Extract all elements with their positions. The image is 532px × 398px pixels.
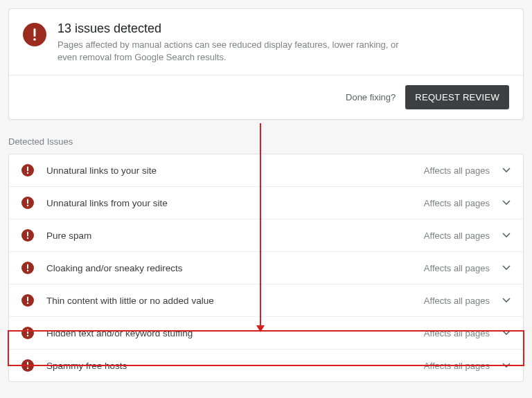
request-review-button[interactable]: REQUEST REVIEW	[405, 85, 509, 109]
alert-icon	[21, 262, 34, 274]
issue-title: Thin content with little or no added val…	[46, 296, 424, 306]
chevron-down-icon	[502, 329, 511, 337]
affects-label: Affects all pages	[424, 296, 490, 306]
alert-icon	[21, 294, 34, 307]
alert-icon	[21, 359, 34, 372]
chevron-down-icon	[502, 166, 511, 174]
svg-point-7	[27, 237, 28, 239]
issue-row[interactable]: Thin content with little or no added val…	[9, 284, 523, 317]
svg-rect-10	[27, 297, 28, 302]
svg-rect-4	[27, 199, 28, 204]
affects-label: Affects all pages	[424, 328, 490, 338]
issue-title: Unnatural links from your site	[46, 198, 424, 208]
issue-row[interactable]: Spammy free hostsAffects all pages	[9, 350, 523, 381]
summary-actions: Done fixing? REQUEST REVIEW	[9, 75, 523, 119]
svg-point-11	[27, 302, 28, 304]
issue-row[interactable]: Hidden text and/or keyword stuffingAffec…	[9, 317, 523, 350]
alert-icon	[21, 327, 34, 339]
chevron-down-icon	[502, 199, 511, 207]
chevron-down-icon	[502, 231, 511, 239]
summary-card: 13 issues detected Pages affected by man…	[8, 8, 524, 120]
affects-label: Affects all pages	[424, 230, 490, 241]
issue-row[interactable]: Cloaking and/or sneaky redirectsAffects …	[9, 252, 523, 284]
alert-icon	[21, 197, 34, 209]
chevron-down-icon	[502, 296, 511, 305]
issue-row[interactable]: Unnatural links from your siteAffects al…	[9, 187, 523, 219]
summary-description: Pages affected by manual actions can see…	[57, 39, 418, 64]
svg-rect-6	[27, 232, 28, 237]
svg-point-9	[27, 270, 28, 271]
svg-point-3	[27, 172, 28, 174]
svg-point-5	[27, 205, 28, 206]
issue-row[interactable]: Unnatural links to your siteAffects all …	[9, 154, 523, 187]
svg-point-1	[33, 38, 36, 41]
alert-icon	[23, 23, 46, 46]
svg-point-13	[27, 335, 28, 336]
summary-text: 13 issues detected Pages affected by man…	[57, 21, 509, 64]
svg-rect-14	[27, 362, 28, 367]
affects-label: Affects all pages	[424, 263, 490, 273]
svg-point-15	[27, 368, 28, 369]
affects-label: Affects all pages	[424, 361, 490, 371]
issue-title: Unnatural links to your site	[46, 165, 424, 176]
issue-title: Cloaking and/or sneaky redirects	[46, 263, 424, 273]
svg-rect-0	[34, 28, 36, 37]
alert-icon	[21, 229, 34, 242]
issue-title: Hidden text and/or keyword stuffing	[46, 328, 424, 338]
issue-title: Spammy free hosts	[46, 361, 424, 371]
issues-list: Unnatural links to your siteAffects all …	[8, 154, 524, 382]
done-fixing-label: Done fixing?	[346, 92, 396, 102]
svg-rect-8	[27, 264, 28, 269]
svg-rect-12	[27, 329, 28, 334]
alert-icon	[21, 164, 34, 177]
summary-header: 13 issues detected Pages affected by man…	[9, 9, 523, 75]
issue-row[interactable]: Pure spamAffects all pages	[9, 219, 523, 252]
affects-label: Affects all pages	[424, 165, 490, 176]
chevron-down-icon	[502, 264, 511, 272]
issue-title: Pure spam	[46, 230, 424, 241]
chevron-down-icon	[502, 361, 511, 370]
svg-rect-2	[27, 167, 28, 172]
detected-issues-label: Detected Issues	[8, 136, 524, 147]
summary-title: 13 issues detected	[57, 21, 509, 36]
affects-label: Affects all pages	[424, 198, 490, 208]
